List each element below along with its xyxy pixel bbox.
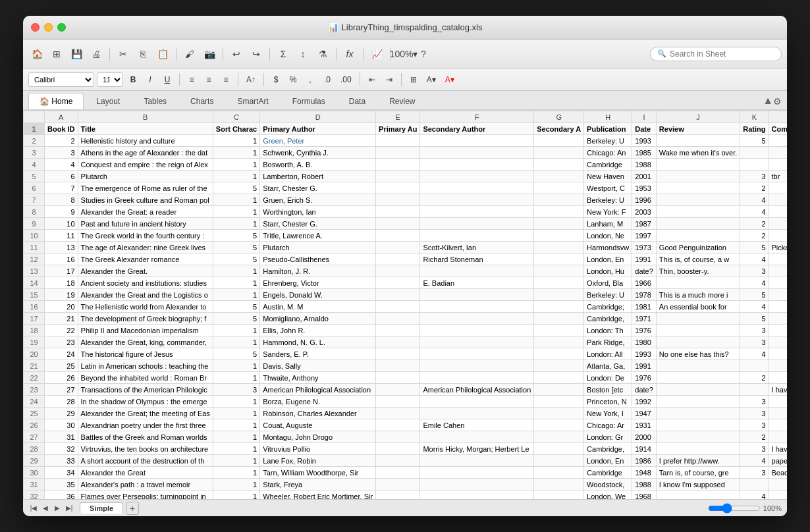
align-left-button[interactable]: ≡: [184, 72, 199, 87]
cell-review[interactable]: This is a much more i: [656, 289, 740, 301]
cell-pubplace[interactable]: Lanham, M: [584, 218, 632, 230]
cell-comment[interactable]: [769, 289, 787, 301]
cell-primauth[interactable]: Lamberton, Robert: [260, 171, 376, 182]
bold-button[interactable]: B: [126, 72, 140, 87]
cell-sortchar[interactable]: 5: [213, 182, 259, 194]
cell-rating[interactable]: 4: [740, 455, 769, 467]
outdent-button[interactable]: ⇥: [382, 72, 396, 87]
search-input[interactable]: [670, 49, 774, 59]
cell-date[interactable]: 1947: [632, 408, 657, 419]
decimal-remove-button[interactable]: .00: [337, 72, 355, 87]
indent-button[interactable]: ⇤: [365, 72, 379, 87]
cell-primau2[interactable]: [376, 265, 420, 277]
table-row[interactable]: 44Conquest and empire : the reign of Ale…: [24, 159, 788, 171]
tab-tables[interactable]: Tables: [132, 93, 178, 109]
table-row[interactable]: 1113The age of Alexander: nine Greek liv…: [24, 242, 788, 253]
cell-secau2[interactable]: [534, 479, 584, 491]
cell-date[interactable]: 1993: [632, 348, 657, 360]
cell-review[interactable]: [656, 336, 740, 348]
cell-primau2[interactable]: [376, 182, 420, 194]
cell-primau2[interactable]: [376, 467, 420, 479]
cell-rating[interactable]: 4: [740, 206, 769, 218]
cell-secauth[interactable]: [420, 336, 534, 348]
cell-title[interactable]: Alexander the Great: a reader: [78, 206, 213, 218]
cell-rating[interactable]: 3: [740, 419, 769, 431]
cell-title[interactable]: Alexander the Great, king, commander,: [78, 336, 213, 348]
cell-primau2[interactable]: [376, 419, 420, 431]
cell-bookid[interactable]: 11: [45, 230, 78, 242]
cell-bookid[interactable]: 26: [45, 372, 78, 384]
cell-bookid[interactable]: 29: [45, 408, 78, 419]
cell-bookid[interactable]: 20: [45, 301, 78, 313]
table-row[interactable]: 2428In the shadow of Olympus : the emerg…: [24, 396, 788, 408]
row-num-21[interactable]: 21: [24, 360, 45, 372]
add-sheet-button[interactable]: +: [126, 502, 139, 515]
cell-title[interactable]: Alexander the Great; the meeting of Eas: [78, 408, 213, 419]
cell-pubplace[interactable]: London: Th: [584, 325, 632, 336]
cell-comment[interactable]: [769, 253, 787, 265]
cell-primau2[interactable]: [376, 336, 420, 348]
cell-bookid[interactable]: 21: [45, 313, 78, 325]
cell-date[interactable]: 1981: [632, 301, 657, 313]
cell-title[interactable]: A short account of the destruction of th: [78, 455, 213, 467]
cell-secauth[interactable]: [420, 325, 534, 336]
cell-primau2[interactable]: [376, 479, 420, 491]
cell-comment[interactable]: [769, 159, 787, 171]
cell-primauth[interactable]: Tarn, William Woodthorpe, Sir: [260, 467, 376, 479]
cell-comment[interactable]: [769, 479, 787, 491]
cell-date[interactable]: 1976: [632, 325, 657, 336]
col-header-c[interactable]: C: [213, 111, 259, 123]
row-num-27[interactable]: 27: [24, 431, 45, 443]
last-sheet-button[interactable]: ▶|: [64, 503, 74, 514]
first-sheet-button[interactable]: |◀: [28, 503, 39, 514]
table-row[interactable]: 1620The Hellenistic world from Alexander…: [24, 301, 788, 313]
cell-pubplace[interactable]: Chicago: An: [584, 147, 632, 159]
cell-rating[interactable]: 4: [740, 194, 769, 206]
cell-primauth[interactable]: Montagu, John Drogo: [260, 431, 376, 443]
cell-sortchar[interactable]: 1: [213, 171, 259, 182]
cell-sortchar[interactable]: 5: [213, 313, 259, 325]
cell-secau2[interactable]: [534, 301, 584, 313]
cell-date[interactable]: 1931: [632, 419, 657, 431]
table-row[interactable]: 1721The development of Greek biography; …: [24, 313, 788, 325]
cell-title[interactable]: Alexandrian poetry under the first three: [78, 419, 213, 431]
cell-primauth[interactable]: Lane Fox, Robin: [260, 455, 376, 467]
cell-date[interactable]: 1986: [632, 455, 657, 467]
cell-pubplace[interactable]: Cambridge: [584, 159, 632, 171]
cell-review[interactable]: [656, 182, 740, 194]
cell-rating[interactable]: 2: [740, 182, 769, 194]
cell-primau2[interactable]: [376, 384, 420, 396]
cell-comment[interactable]: [769, 147, 787, 159]
sort-button[interactable]: ↕: [294, 45, 311, 63]
table-row[interactable]: 56Plutarch1Lamberton, RobertNew Haven200…: [24, 171, 788, 182]
cell-secau2[interactable]: [534, 419, 584, 431]
cell-primau2[interactable]: [376, 194, 420, 206]
cell-secauth[interactable]: [420, 159, 534, 171]
cell-title[interactable]: Conquest and empire : the reign of Alex: [78, 159, 213, 171]
cell-date[interactable]: date?: [632, 265, 657, 277]
cell-date[interactable]: 1996: [632, 194, 657, 206]
col-header-j[interactable]: J: [656, 111, 740, 123]
prev-sheet-button[interactable]: ◀: [40, 503, 51, 514]
cell-sortchar[interactable]: 1: [213, 289, 259, 301]
row-num-2[interactable]: 2: [24, 135, 45, 147]
row-num-6[interactable]: 6: [24, 182, 45, 194]
cell-pubplace[interactable]: Park Ridge,: [584, 336, 632, 348]
table-row[interactable]: 22Hellenistic history and culture1Green,…: [24, 135, 788, 147]
cell-secau2[interactable]: [534, 384, 584, 396]
cell-primau2[interactable]: [376, 253, 420, 265]
cell-primau2[interactable]: [376, 360, 420, 372]
cell-comment[interactable]: [769, 301, 787, 313]
redo-button[interactable]: ↪: [248, 45, 265, 63]
cell-primau2[interactable]: [376, 147, 420, 159]
row-num-15[interactable]: 15: [24, 289, 45, 301]
row-num-28[interactable]: 28: [24, 443, 45, 455]
cell-secauth[interactable]: [420, 171, 534, 182]
cell-rating[interactable]: 2: [740, 372, 769, 384]
cell-rating[interactable]: 3: [740, 396, 769, 408]
chart-button[interactable]: 📈: [368, 45, 385, 63]
cell-bookid[interactable]: 34: [45, 467, 78, 479]
cell-comment[interactable]: [769, 206, 787, 218]
cell-title[interactable]: The development of Greek biography; f: [78, 313, 213, 325]
cell-secauth[interactable]: Morris Hicky, Morgan; Herbert Le: [420, 443, 534, 455]
